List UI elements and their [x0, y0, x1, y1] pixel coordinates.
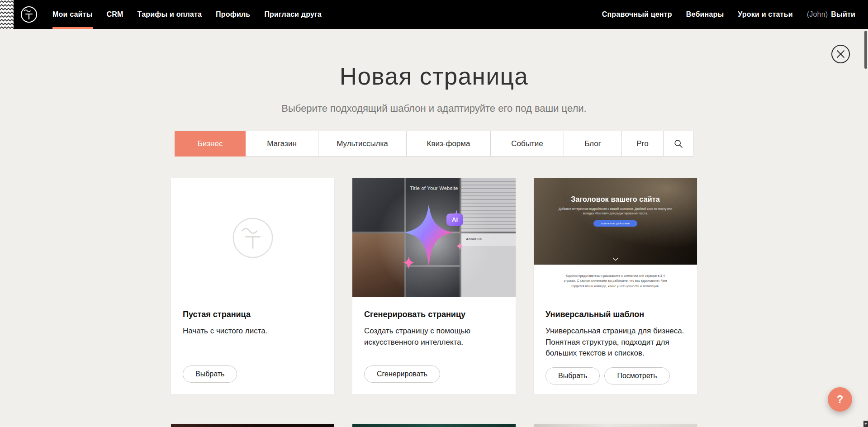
card-title: Пустая страница [183, 310, 323, 319]
nav-invite-friend[interactable]: Пригласи друга [264, 0, 322, 29]
choose-button[interactable]: Выбрать [545, 367, 600, 384]
template-preview [171, 424, 334, 427]
nav-my-sites[interactable]: Мои сайты [52, 0, 93, 29]
logout-label: Выйти [831, 10, 855, 19]
scrollbar-thumb[interactable] [864, 31, 867, 69]
template-preview-body: Коротко представьтесь и расскажите о ком… [534, 265, 697, 297]
card-description: Начать с чистого листа. [183, 326, 323, 337]
nav-webinars[interactable]: Вебинары [686, 0, 724, 29]
tab-pro[interactable]: Pro [621, 131, 664, 157]
tab-event[interactable]: Событие [490, 131, 564, 157]
tab-store[interactable]: Магазин [245, 131, 318, 157]
tab-search[interactable] [663, 131, 693, 157]
ai-badge: AI [446, 214, 463, 226]
main-menu: Мои сайты CRM Тарифы и оплата Профиль Пр… [52, 0, 336, 29]
blank-page-preview [171, 178, 334, 297]
generate-button[interactable]: Сгенерировать [364, 365, 440, 383]
card-title: Универсальный шаблон [545, 310, 685, 319]
page-title: Новая страница [0, 62, 868, 90]
template-category-tabs: Бизнес Магазин Мультиссылка Квиз-форма С… [173, 131, 695, 157]
card-universal-template[interactable]: Заголовок вашего сайта Добавьте интересн… [534, 178, 697, 394]
secondary-menu: Справочный центр Вебинары Уроки и статьи… [588, 0, 868, 29]
nav-pricing[interactable]: Тарифы и оплата [138, 0, 202, 29]
tilda-logo[interactable] [20, 0, 38, 29]
view-button[interactable]: Посмотреть [604, 367, 669, 384]
user-name: (John) [807, 10, 828, 19]
template-card[interactable] [352, 424, 516, 427]
chevron-down-icon [612, 257, 619, 261]
nav-lessons[interactable]: Уроки и статьи [738, 0, 792, 29]
page-subtitle: Выберите подходящий шаблон и адаптируйте… [0, 103, 868, 114]
nav-crm[interactable]: CRM [107, 0, 123, 29]
scrollbar[interactable] [863, 0, 868, 427]
tilda-watermark-icon [231, 216, 275, 260]
preview-subtext: Добавьте интересные подробности о вашей … [553, 207, 677, 216]
template-card[interactable] [534, 424, 697, 427]
close-icon [837, 50, 844, 58]
template-preview [352, 424, 516, 427]
template-card[interactable] [171, 424, 334, 427]
search-icon [674, 139, 683, 148]
card-ai-generate[interactable]: About us Title of Your Website [352, 178, 516, 394]
ai-sparkle-icon [399, 200, 467, 276]
nav-help-center[interactable]: Справочный центр [602, 0, 672, 29]
ai-preview-collage: About us Title of Your Website [352, 178, 516, 297]
preview-heading: Заголовок вашего сайта [534, 178, 697, 204]
preview-body-text: Коротко представьтесь и расскажите о ком… [561, 273, 669, 289]
card-description: Универсальная страница для бизнеса. Поня… [545, 326, 685, 359]
card-description: Создать страницу с помощью искусственног… [364, 326, 504, 348]
scrollbar-down-arrow[interactable] [863, 421, 868, 427]
help-button[interactable]: ? [828, 387, 852, 412]
card-blank-page[interactable]: Пустая страница Начать с чистого листа. … [171, 178, 334, 394]
tab-quiz[interactable]: Квиз-форма [406, 131, 491, 157]
preview-cta-button: основное действие [593, 220, 638, 227]
template-preview-hero: Заголовок вашего сайта Добавьте интересн… [534, 178, 697, 265]
card-title: Сгенерировать страницу [364, 310, 504, 319]
tab-multilink[interactable]: Мультиссылка [318, 131, 407, 157]
top-nav: Мои сайты CRM Тарифы и оплата Профиль Пр… [0, 0, 868, 29]
template-grid-row-1: Пустая страница Начать с чистого листа. … [171, 178, 697, 394]
nav-profile[interactable]: Профиль [216, 0, 250, 29]
nav-logout[interactable]: (John) Выйти [807, 0, 855, 29]
tilda-logo-icon [20, 5, 38, 24]
close-button[interactable] [831, 45, 850, 63]
tab-blog[interactable]: Блог [564, 131, 622, 157]
new-page-dialog: Новая страница Выберите подходящий шабло… [0, 0, 868, 427]
zigzag-decoration [0, 0, 14, 29]
tab-business[interactable]: Бизнес [175, 131, 246, 157]
down-arrow-icon [864, 423, 867, 425]
template-preview: Заголовок вашего сайта Добавьте интересн… [534, 178, 697, 297]
choose-button[interactable]: Выбрать [183, 365, 237, 383]
template-preview [534, 424, 697, 427]
template-grid-row-2 [171, 424, 697, 427]
